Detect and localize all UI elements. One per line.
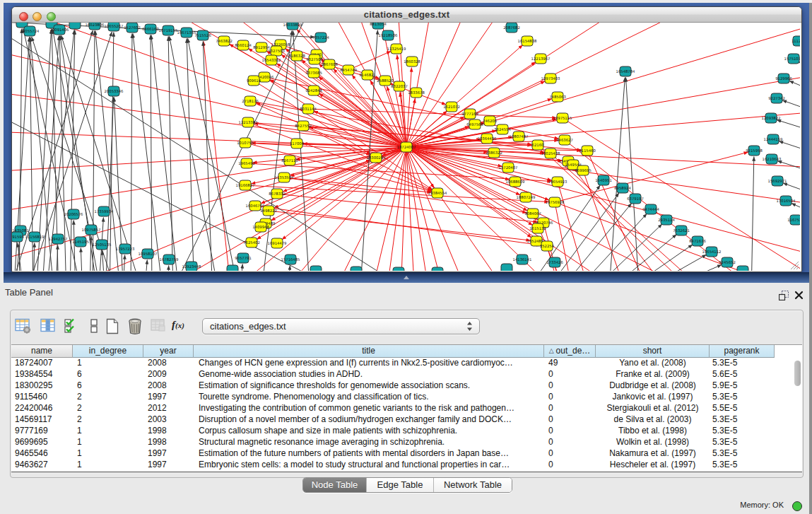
- graph-node-label: 9084067: [524, 211, 541, 216]
- table-row[interactable]: 1830029562008Estimation of significance …: [11, 380, 802, 392]
- table-row[interactable]: 946554611997Estimation of the future num…: [11, 448, 802, 460]
- graph-node[interactable]: [737, 266, 748, 271]
- network-canvas[interactable]: 1405572420091406160238061065526715276026…: [12, 23, 800, 271]
- graph-node-label: 15751074: [784, 57, 800, 61]
- graph-node-label: 1527602: [124, 25, 141, 30]
- graph-edge: [151, 35, 152, 271]
- graph-node[interactable]: [393, 267, 404, 271]
- graph-node-label: 16782759: [160, 257, 179, 262]
- select-columns-icon[interactable]: [40, 318, 56, 334]
- citation-network-graph[interactable]: 1405572420091406160238061065526715276026…: [12, 23, 800, 271]
- cell-in_degree: 2: [77, 392, 143, 403]
- table-panel-title: Table Panel: [5, 287, 53, 298]
- cell-pagerank: 5.6E-5: [712, 369, 775, 380]
- column-header-in_degree[interactable]: in_degree: [73, 345, 143, 358]
- select-all-icon[interactable]: [64, 318, 78, 334]
- column-header-out_degree[interactable]: △out_de…: [544, 345, 596, 358]
- table-row[interactable]: 2242004622012Investigating the contribut…: [11, 403, 802, 414]
- cell-year: 2008: [148, 380, 194, 392]
- cell-name: 9777169: [15, 426, 73, 437]
- tab-network-table[interactable]: Network Table: [434, 478, 512, 492]
- graph-node[interactable]: [227, 265, 238, 271]
- graph-node-label: 8678332: [269, 192, 286, 196]
- table-row[interactable]: 946362711997Embryonic stem cells: a mode…: [11, 460, 802, 471]
- column-header-short[interactable]: short: [596, 345, 710, 358]
- graph-node-label: 1621072: [443, 105, 460, 109]
- cell-short: Wolkin et al. (1998): [596, 437, 710, 448]
- column-header-title[interactable]: title: [194, 345, 544, 358]
- graph-node-label: 2588520: [377, 78, 394, 83]
- graph-node[interactable]: [310, 266, 322, 271]
- tab-node-table[interactable]: Node Table: [303, 478, 367, 492]
- graph-node[interactable]: [351, 267, 362, 271]
- delete-column-icon[interactable]: [127, 318, 143, 334]
- table-row[interactable]: 1938455462009Genome-wide association stu…: [11, 369, 802, 380]
- cell-out_degree: 0: [548, 426, 596, 437]
- split-pane-divider[interactable]: [4, 272, 809, 283]
- graph-node-label: 117004: [290, 141, 305, 146]
- graph-edge: [782, 100, 800, 114]
- vertical-scrollbar-thumb[interactable]: [794, 361, 801, 386]
- close-panel-icon[interactable]: [794, 291, 804, 300]
- graph-node-label: 252254: [540, 244, 555, 248]
- graph-edge: [284, 177, 432, 192]
- divider-collapse-handle[interactable]: [404, 276, 409, 279]
- cell-name: 14569117: [15, 414, 73, 426]
- graph-node-label: 7515526: [194, 33, 211, 37]
- cell-year: 1997: [148, 460, 194, 471]
- graph-node-label: 12444159: [764, 137, 783, 141]
- graph-node-label: 6497568: [466, 122, 483, 127]
- network-window-title: citations_edges.txt: [12, 9, 801, 20]
- network-view-window[interactable]: citations_edges.txt 14055724200914061602…: [11, 6, 802, 272]
- table-row[interactable]: 1456911722003Disruption of a novel membe…: [11, 414, 802, 426]
- graph-node-label: 18807249: [517, 195, 536, 199]
- graph-node-label: 16548784: [616, 69, 636, 74]
- column-header-pagerank[interactable]: pagerank: [710, 345, 775, 358]
- tab-edge-table[interactable]: Edge Table: [367, 478, 434, 492]
- new-column-icon[interactable]: [105, 318, 119, 334]
- float-window-icon[interactable]: [779, 291, 789, 300]
- graph-node-label: 1833678: [408, 90, 425, 95]
- graph-node-label: 14136141: [513, 257, 532, 262]
- graph-edge: [585, 224, 662, 271]
- graph-node-label: 19166827: [236, 183, 255, 187]
- table-row[interactable]: 911546021997Tourette syndrome. Phenomeno…: [11, 392, 802, 403]
- graph-node-label: 7357224: [312, 35, 329, 40]
- graph-node-label: 8186328: [288, 54, 305, 58]
- cell-name: 9115460: [15, 392, 73, 403]
- clear-selection-icon[interactable]: [90, 318, 98, 334]
- graph-edge: [406, 23, 720, 147]
- window-resize-grip[interactable]: [788, 259, 799, 270]
- function-builder-icon[interactable]: f(x): [172, 319, 184, 331]
- cell-short: Franke et al. (2009): [596, 369, 710, 380]
- graph-node[interactable]: [69, 23, 81, 29]
- cell-year: 1998: [148, 426, 194, 437]
- graph-node[interactable]: [432, 267, 443, 271]
- graph-node-label: 9657791: [235, 256, 252, 260]
- cell-year: 1998: [148, 437, 194, 448]
- graph-node-label: 14055724: [20, 29, 40, 33]
- graph-node-label: 20364436: [478, 136, 498, 141]
- column-header-year[interactable]: year: [143, 345, 194, 358]
- graph-edge: [779, 141, 800, 155]
- table-row[interactable]: 969969511998Structural magnetic resonanc…: [11, 437, 802, 448]
- cell-short: Dudbridge et al. (2008): [596, 380, 710, 392]
- graph-edge: [288, 265, 290, 271]
- network-window-titlebar[interactable]: citations_edges.txt: [12, 7, 801, 23]
- table-mode-icon[interactable]: [15, 318, 31, 334]
- table-row[interactable]: 977716911998Corpus callosum shape and si…: [11, 426, 802, 437]
- graph-node[interactable]: [501, 264, 512, 271]
- cell-title: Embryonic stem cells: a model to study s…: [199, 460, 544, 471]
- graph-edge: [406, 147, 452, 271]
- table-row[interactable]: 1872400712008Changes of HCN gene express…: [11, 358, 802, 369]
- graph-edge: [168, 36, 173, 271]
- graph-node-label: 11353594: [275, 175, 295, 180]
- graph-node-label: 391594: [12, 235, 25, 239]
- table-selector-dropdown[interactable]: citations_edges.txt: [202, 318, 480, 334]
- graph-edge: [406, 23, 437, 147]
- graph-node-label: 18724007: [397, 145, 416, 149]
- graph-node-label: 19384554: [428, 191, 448, 195]
- column-header-name[interactable]: name: [11, 345, 73, 358]
- cell-pagerank: 5.3E-5: [712, 414, 775, 426]
- cell-name: 9465546: [15, 448, 73, 460]
